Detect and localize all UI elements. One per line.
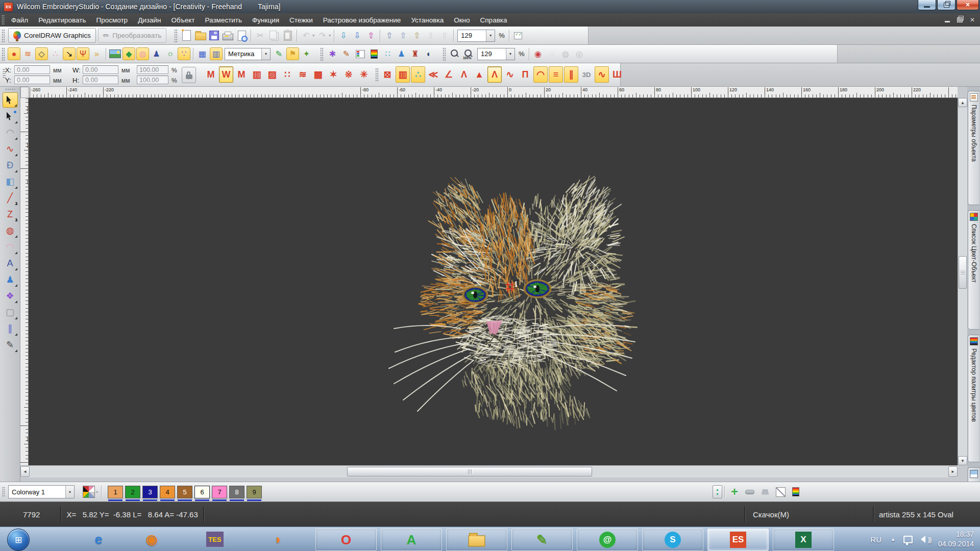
lattice-fill-icon[interactable]: ▩	[311, 66, 325, 83]
color-swatch-3[interactable]: 3	[142, 486, 158, 498]
scale-x-field[interactable]	[137, 65, 168, 74]
stem-stitch-tool-icon[interactable]: ≋	[21, 47, 34, 60]
copy-icon[interactable]	[267, 29, 280, 42]
print-preview-icon[interactable]	[235, 29, 248, 42]
cut-icon[interactable]: ✂	[254, 29, 266, 42]
redo-dropdown[interactable]: ▾	[329, 33, 331, 38]
radial-fill-effect-icon[interactable]: ≪	[426, 66, 440, 83]
motif-fill-ornament-icon[interactable]: ※	[341, 66, 356, 83]
h-field[interactable]	[83, 76, 118, 84]
color-swatch-8[interactable]: 8	[229, 486, 244, 498]
polyline-tool[interactable]: Z1	[3, 207, 18, 222]
satin-narrow-icon[interactable]: M	[204, 66, 218, 83]
swatch-spinner[interactable]: ▲▼	[713, 485, 722, 498]
taskbar-embroidery-studio[interactable]: ES	[707, 529, 769, 551]
stipple-grid-icon[interactable]: ∷	[381, 47, 394, 60]
background-day-night-icon[interactable]: ◐	[423, 47, 435, 60]
color-swatch-6[interactable]: 6	[194, 486, 210, 498]
circle-object-tool[interactable]: ◍	[3, 223, 18, 238]
tatami-fill-icon[interactable]: ▥	[250, 66, 264, 83]
color-swatch-7[interactable]: 7	[212, 486, 227, 498]
send-to-stitch-manager-icon[interactable]: ⇧	[383, 29, 396, 42]
clock[interactable]: 18:37 04.09.2014	[938, 530, 974, 549]
needle-penetration-icon[interactable]: Ψ	[77, 47, 89, 60]
menu-item-7[interactable]: Функция	[247, 14, 284, 26]
taskbar-skype[interactable]: S	[642, 529, 703, 551]
coreldraw-graphics-button[interactable]: CorelDRAW Graphics	[8, 28, 96, 43]
volume-icon[interactable]	[921, 536, 925, 543]
scroll-right-button[interactable]: ►	[948, 466, 958, 477]
restore-button[interactable]	[937, 0, 955, 10]
menu-item-2[interactable]: Редактировать	[33, 14, 91, 26]
ruler-guides-icon[interactable]: ▥	[210, 47, 223, 60]
backdrop-image-icon[interactable]	[109, 47, 121, 60]
palette-grid-button[interactable]	[82, 485, 95, 498]
machine-queue-disabled-icon[interactable]: ⇧	[438, 29, 451, 42]
motif-fill-paisley-icon[interactable]: ✳	[357, 66, 371, 83]
insert-design-icon[interactable]: ⇩	[337, 29, 350, 42]
underlay-effect-icon[interactable]: ⊠	[380, 66, 395, 83]
team-names-icon[interactable]: ♟	[395, 47, 408, 60]
taskbar-file-manager[interactable]	[446, 529, 507, 551]
taskbar-media-player[interactable]: ◉	[139, 529, 164, 549]
wave-effect-icon[interactable]: ∿	[595, 66, 609, 83]
satin-stitch-icon[interactable]: W	[219, 66, 233, 83]
smart-corner-mitre-icon[interactable]: Λ	[487, 66, 502, 83]
x-field[interactable]	[14, 65, 50, 74]
zoom-level-combo-arrow[interactable]: ▾	[506, 48, 514, 60]
smart-corner-cap-icon[interactable]: ▲	[472, 66, 486, 83]
send-design-disabled-icon[interactable]: ⇧	[424, 29, 437, 42]
scroll-down-button[interactable]: ▼	[958, 456, 967, 465]
no-color-button[interactable]	[774, 485, 787, 498]
freehand-patch-icon[interactable]: ◍	[136, 47, 149, 60]
jagged-edge-effect-icon[interactable]: ∿	[503, 66, 517, 83]
color-swatch-5[interactable]: 5	[177, 486, 192, 498]
magic-wand-icon[interactable]: ✎	[273, 47, 285, 60]
color-swatch-9[interactable]: 9	[247, 486, 262, 498]
block-digitize-tool[interactable]: ◧	[3, 174, 18, 189]
color-swatch-1[interactable]: 1	[108, 486, 123, 498]
stipple-effect-icon[interactable]: ∴	[411, 66, 425, 83]
flower-pot-icon[interactable]: ✱	[326, 47, 339, 60]
horizontal-scrollbar[interactable]: ◄ ►	[20, 465, 958, 478]
undo-dropdown[interactable]: ▾	[312, 33, 314, 38]
scale-y-field[interactable]	[137, 76, 168, 84]
thread-colors-import-icon[interactable]: ⇧	[364, 29, 377, 42]
border-tool[interactable]: ▢	[3, 305, 18, 320]
menu-item-8[interactable]: Стежки	[284, 14, 318, 26]
child-close-button[interactable]: ✕	[970, 16, 975, 23]
trapunto-effect-icon[interactable]: Ш	[610, 66, 624, 83]
docker-tab-3[interactable]: Редактор палитры цветов	[968, 335, 979, 462]
motif-fill-scroll-icon[interactable]: ✶	[326, 66, 340, 83]
3d-warp-icon[interactable]: 3D	[579, 66, 594, 83]
contour-lines-effect-icon[interactable]: ≡	[549, 66, 563, 83]
program-split-icon[interactable]: ▨	[265, 66, 279, 83]
run-stitch-tool-icon[interactable]: ●	[8, 47, 20, 60]
dotted-outline-icon[interactable]: ◌	[546, 47, 558, 60]
palette-grid-dropdown[interactable]: ▾	[96, 490, 98, 494]
parallel-guides-tool[interactable]: ∥	[3, 321, 18, 336]
undo-icon[interactable]: ↶	[300, 29, 312, 42]
menu-item-10[interactable]: Установка	[406, 14, 449, 26]
scroll-up-button[interactable]: ▲	[958, 98, 967, 107]
zoom-level-combo[interactable]: 129▾	[477, 48, 515, 60]
redo-icon[interactable]: ↷	[316, 29, 329, 42]
minimize-button[interactable]	[918, 0, 936, 10]
new-design-icon[interactable]	[180, 29, 193, 42]
docker-tab-4[interactable]: Клипарт для выш	[968, 467, 979, 482]
child-restore-button[interactable]	[957, 17, 963, 22]
network-icon[interactable]	[903, 536, 913, 543]
child-minimize-button[interactable]	[945, 17, 950, 22]
fill-background-button[interactable]	[758, 485, 772, 498]
mannequin-icon[interactable]: ♟	[150, 47, 163, 60]
zoom-factor-combo[interactable]: 129▾	[457, 30, 495, 42]
zoom-object-icon[interactable]: ◎	[573, 47, 586, 60]
menu-item-6[interactable]: Разместить	[200, 14, 248, 26]
taskbar-mailru-agent[interactable]: @	[577, 529, 638, 551]
w-field[interactable]	[83, 65, 118, 74]
language-indicator[interactable]: RU	[870, 535, 881, 544]
units-combo-arrow[interactable]: ▾	[261, 48, 270, 60]
menu-item-1[interactable]: Файл	[6, 14, 33, 26]
taskbar-internet-explorer[interactable]: e	[86, 529, 111, 549]
menu-item-11[interactable]: Окно	[449, 14, 475, 26]
